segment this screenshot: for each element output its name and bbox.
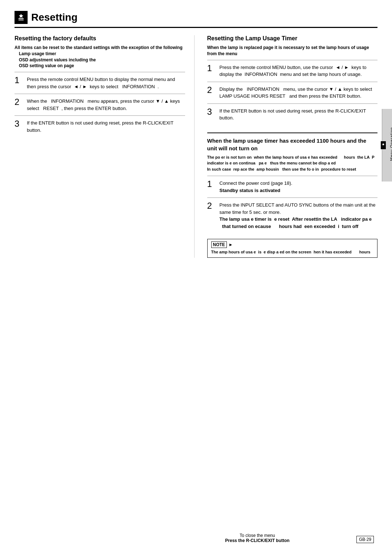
left-steps: 1 Press the remote control MENU button t… [15,72,185,137]
footer-close-instruction: Press the R-CLICK/EXIT button [225,538,289,543]
sidebar-icon [381,141,386,149]
page-footer: To close the menu Press the R-CLICK/EXIT… [15,533,374,543]
right-section-title: Resetting the Lamp Usage Timer [207,35,378,42]
settings-icon [17,13,25,22]
sidebar-tab-label: Menu Operation [389,127,392,161]
right-steps: 1 Press the remote control MENU button, … [207,60,378,125]
warning-steps: 1 Connect the power cord (page 18). Stan… [207,176,378,233]
header-icon [15,11,28,24]
footer-close-label: To close the menu [225,533,289,538]
left-step-3: 3 If the ENTER button is not used during… [15,115,185,137]
left-column: Resetting the factory defaults All items… [15,35,195,258]
right-step-3: 3 If the ENTER button is not used during… [207,103,378,125]
note-label: NOTE [211,241,227,248]
right-step-1: 1 Press the remote control MENU button, … [207,60,378,82]
right-section-intro: When the lamp is replaced page it is nec… [207,45,378,57]
sidebar-tab: Menu Operation [382,109,392,182]
right-step-2: 2 Display the INFORMATION menu, use the … [207,82,378,103]
warning-section: When the lamp usage timer has exceeded 1… [207,133,378,258]
main-content: Resetting the factory defaults All items… [15,35,377,258]
svg-rect-0 [19,18,24,19]
left-step-1: 1 Press the remote control MENU button t… [15,72,185,94]
page-title: Resetting [31,12,78,23]
warning-body: The po er is not turn on when the lamp h… [207,154,378,172]
note-text: The amp hours of usa e is e disp a ed on… [211,249,374,255]
note-box: NOTE ► The amp hours of usa e is e disp … [207,239,378,258]
warning-title: When the lamp usage timer has exceeded 1… [207,137,378,152]
footer-page-number: GB·29 [356,536,374,543]
left-step-2: 2 When the INFORMATION menu appears, pre… [15,94,185,115]
footer-close: To close the menu Press the R-CLICK/EXIT… [225,533,289,543]
left-section-intro: All items can be reset to the standard s… [15,45,185,69]
right-column: Resetting the Lamp Usage Timer When the … [205,35,378,258]
warning-step-2: 2 Press the INPUT SELECT and AUTO SYNC b… [207,197,378,233]
note-box-header: NOTE ► [211,241,374,248]
page-header: Resetting [15,11,377,28]
left-section-title: Resetting the factory defaults [15,35,185,42]
warning-step-1: 1 Connect the power cord (page 18). Stan… [207,176,378,197]
svg-rect-1 [19,20,24,20]
